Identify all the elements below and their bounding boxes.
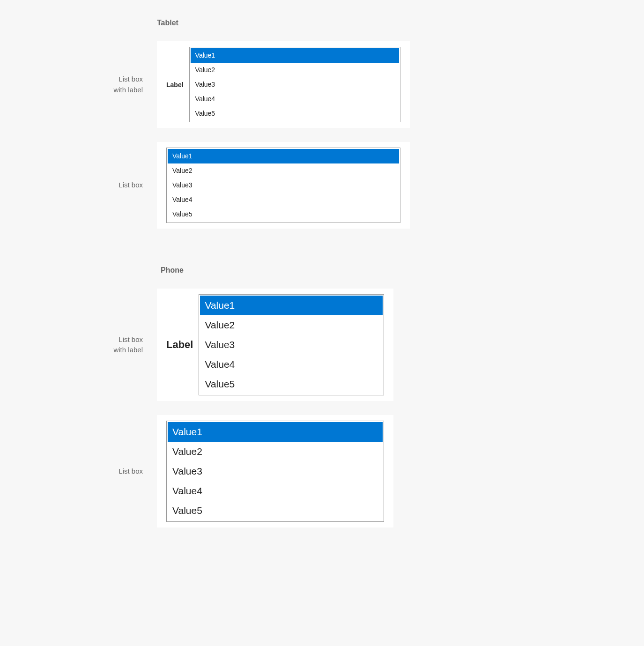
card-phone-no-label: Value1 Value2 Value3 Value4 Value5 [157,415,393,527]
listbox-item[interactable]: Value5 [168,207,399,222]
listbox-item[interactable]: Value4 [168,193,399,207]
listbox-item[interactable]: Value2 [168,163,399,178]
listbox-item[interactable]: Value2 [200,315,383,335]
listbox-item[interactable]: Value5 [200,374,383,394]
listbox-item[interactable]: Value3 [168,461,383,481]
listbox-item[interactable]: Value4 [191,92,399,106]
side-label-listbox-with-label: List boxwith label [0,74,157,95]
listbox[interactable]: Value1 Value2 Value3 Value4 Value5 [189,47,400,122]
listbox[interactable]: Value1 Value2 Value3 Value4 Value5 [199,294,384,395]
listbox-item[interactable]: Value3 [200,335,383,355]
card-phone-with-label: Label Value1 Value2 Value3 Value4 Value5 [157,289,393,401]
listbox-item[interactable]: Value2 [191,63,399,77]
section-heading-phone: Phone [157,266,184,275]
listbox-item[interactable]: Value4 [168,481,383,501]
listbox-item[interactable]: Value5 [168,501,383,520]
listbox-label: Label [166,339,199,351]
listbox-item[interactable]: Value1 [200,296,383,315]
listbox[interactable]: Value1 Value2 Value3 Value4 Value5 [166,148,400,223]
listbox-item[interactable]: Value3 [168,178,399,193]
listbox-item[interactable]: Value4 [200,355,383,374]
card-tablet-no-label: Value1 Value2 Value3 Value4 Value5 [157,142,410,229]
listbox[interactable]: Value1 Value2 Value3 Value4 Value5 [166,421,384,522]
listbox-label: Label [166,81,189,89]
side-label-listbox: List box [0,466,157,477]
section-heading-tablet: Tablet [157,19,178,27]
listbox-item[interactable]: Value1 [168,149,399,163]
side-label-listbox-with-label: List boxwith label [0,334,157,356]
card-tablet-with-label: Label Value1 Value2 Value3 Value4 Value5 [157,41,410,128]
listbox-item[interactable]: Value1 [191,48,399,63]
listbox-item[interactable]: Value1 [168,422,383,442]
listbox-item[interactable]: Value5 [191,106,399,121]
listbox-item[interactable]: Value2 [168,442,383,461]
side-label-listbox: List box [0,180,157,191]
listbox-item[interactable]: Value3 [191,77,399,92]
